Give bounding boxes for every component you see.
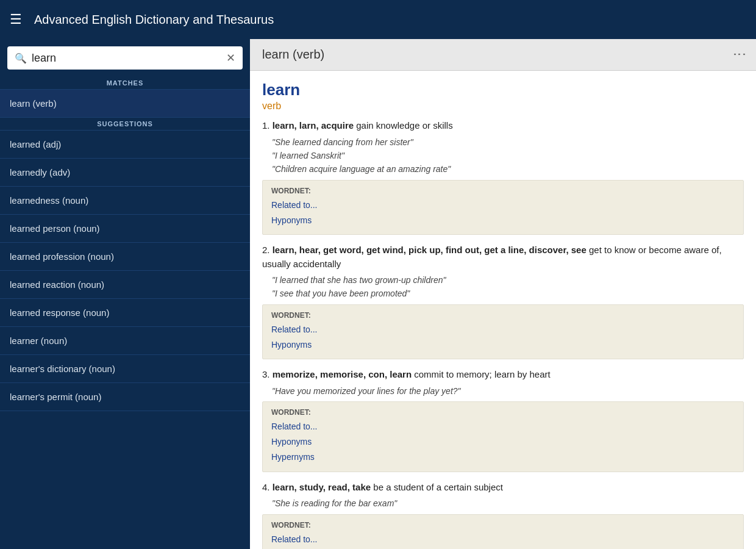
sidebar-item-learned-profession[interactable]: learned profession (noun)	[0, 243, 250, 271]
wordnet-label-1: WORDNET:	[271, 187, 735, 195]
def-synonyms-3: memorize, memorise, con, learn	[273, 369, 412, 379]
definition-text-4: 4. learn, study, read, take be a student…	[262, 481, 744, 495]
wordnet-related-1[interactable]: Related to...	[271, 198, 735, 213]
def-num-3: 3.	[262, 369, 270, 379]
word-pos: verb	[262, 101, 744, 112]
sidebar-item-learner-noun[interactable]: learner (noun)	[0, 327, 250, 355]
sidebar: 🔍 ✕ MATCHES learn (verb) SUGGESTIONS lea…	[0, 39, 250, 549]
example-1-0: "She learned dancing from her sister"	[272, 135, 744, 149]
search-container: 🔍 ✕	[7, 46, 243, 70]
search-icon: 🔍	[15, 52, 27, 64]
sidebar-item-learn-verb[interactable]: learn (verb)	[0, 90, 250, 118]
content-panel: learn (verb) ⋮ learn verb 1. learn, larn…	[250, 39, 756, 549]
suggestions-list: learned (adj) learnedly (adv) learnednes…	[0, 131, 250, 411]
wordnet-hyponyms-3[interactable]: Hyponyms	[271, 434, 735, 450]
def-desc-1: gain knowledge or skills	[354, 120, 453, 131]
wordnet-box-4: WORDNET: Related to... Hyponyms	[262, 514, 744, 549]
def-desc-3: commit to memory; learn by heart	[412, 369, 551, 379]
sidebar-item-learnedly-adv[interactable]: learnedly (adv)	[0, 159, 250, 187]
definition-text-2: 2. learn, hear, get word, get wind, pick…	[262, 243, 744, 271]
def-num-4: 4.	[262, 482, 270, 492]
definition-block-2: 2. learn, hear, get word, get wind, pick…	[262, 243, 744, 359]
example-1-2: "Children acquire language at an amazing…	[272, 162, 744, 176]
example-2-0: "I learned that she has two grown-up chi…	[272, 273, 744, 287]
definition-block-3: 3. memorize, memorise, con, learn commit…	[262, 368, 744, 472]
suggestions-section-label: SUGGESTIONS	[0, 118, 250, 131]
sidebar-item-learners-permit[interactable]: learner's permit (noun)	[0, 383, 250, 411]
wordnet-hyponyms-1[interactable]: Hyponyms	[271, 213, 735, 228]
search-input[interactable]	[32, 52, 226, 65]
def-synonyms-1: learn, larn, acquire	[273, 120, 354, 131]
word-heading: learn	[262, 81, 744, 99]
sidebar-item-learned-person[interactable]: learned person (noun)	[0, 215, 250, 243]
content-body: learn verb 1. learn, larn, acquire gain …	[250, 71, 756, 549]
definition-block-1: 1. learn, larn, acquire gain knowledge o…	[262, 119, 744, 235]
example-2-1: "I see that you have been promoted"	[272, 287, 744, 300]
wordnet-box-1: WORDNET: Related to... Hyponyms	[262, 180, 744, 235]
def-synonyms-2: learn, hear, get word, get wind, pick up…	[273, 245, 587, 255]
wordnet-related-3[interactable]: Related to...	[271, 419, 735, 434]
main-layout: 🔍 ✕ MATCHES learn (verb) SUGGESTIONS lea…	[0, 39, 756, 549]
sidebar-item-learnedness-noun[interactable]: learnedness (noun)	[0, 187, 250, 215]
example-4-0: "She is reading for the bar exam"	[272, 497, 744, 510]
clear-icon[interactable]: ✕	[226, 51, 235, 65]
def-num-1: 1.	[262, 120, 270, 131]
matches-section-label: MATCHES	[0, 77, 250, 90]
wordnet-label-2: WORDNET:	[271, 311, 735, 320]
wordnet-hypernyms-3[interactable]: Hypernyms	[271, 450, 735, 465]
more-options-icon[interactable]: ⋮	[736, 48, 744, 62]
definition-block-4: 4. learn, study, read, take be a student…	[262, 481, 744, 549]
def-num-2: 2.	[262, 245, 270, 255]
wordnet-hyponyms-2[interactable]: Hyponyms	[271, 337, 735, 353]
example-3-0: "Have you memorized your lines for the p…	[272, 384, 744, 398]
wordnet-related-2[interactable]: Related to...	[271, 322, 735, 337]
matches-list: learn (verb)	[0, 90, 250, 118]
wordnet-label-4: WORDNET:	[271, 521, 735, 529]
sidebar-item-learned-adj[interactable]: learned (adj)	[0, 131, 250, 159]
sidebar-item-learned-reaction[interactable]: learned reaction (noun)	[0, 271, 250, 299]
wordnet-box-3: WORDNET: Related to... Hyponyms Hypernym…	[262, 401, 744, 472]
definition-text-3: 3. memorize, memorise, con, learn commit…	[262, 368, 744, 382]
example-1-1: "I learned Sanskrit"	[272, 149, 744, 162]
app-header: ☰ Advanced English Dictionary and Thesau…	[0, 0, 756, 39]
wordnet-box-2: WORDNET: Related to... Hyponyms	[262, 304, 744, 359]
definition-text-1: 1. learn, larn, acquire gain knowledge o…	[262, 119, 744, 133]
menu-icon[interactable]: ☰	[10, 13, 22, 26]
app-title: Advanced English Dictionary and Thesauru…	[34, 13, 274, 27]
def-desc-4: be a student of a certain subject	[371, 482, 503, 492]
sidebar-item-learned-response[interactable]: learned response (noun)	[0, 299, 250, 327]
wordnet-related-4[interactable]: Related to...	[271, 532, 735, 547]
sidebar-item-learners-dictionary[interactable]: learner's dictionary (noun)	[0, 355, 250, 383]
content-header: learn (verb) ⋮	[250, 39, 756, 71]
def-synonyms-4: learn, study, read, take	[273, 482, 371, 492]
content-header-title: learn (verb)	[262, 48, 324, 62]
wordnet-label-3: WORDNET:	[271, 408, 735, 417]
